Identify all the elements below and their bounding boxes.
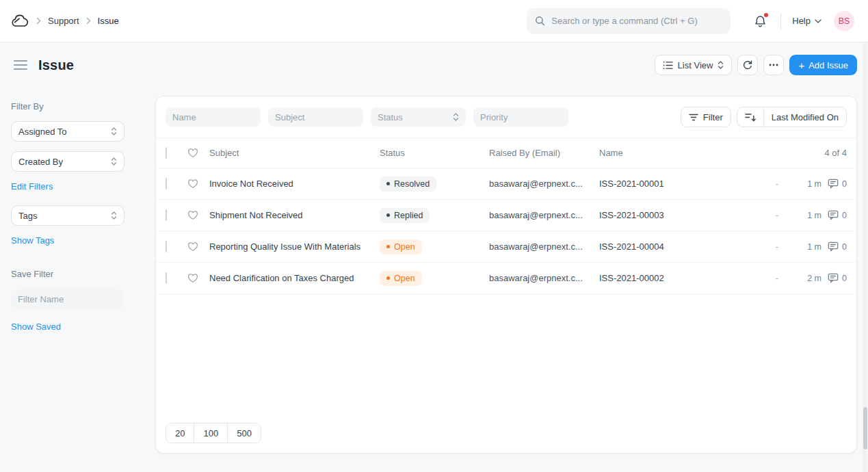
heart-icon[interactable]: [187, 179, 198, 189]
menu-ellipsis-button[interactable]: [763, 55, 784, 75]
filter-icon: [689, 114, 698, 121]
global-search[interactable]: [527, 8, 731, 34]
row-checkbox[interactable]: [166, 241, 176, 252]
tags-select[interactable]: Tags: [11, 205, 124, 226]
issue-id: ISS-2021-00004: [599, 241, 767, 252]
issue-list-card: Status Filter: [155, 96, 857, 454]
status-badge: Open: [380, 271, 422, 286]
raised-by-email: basawaraj@erpnext.c...: [489, 241, 599, 252]
page-title: Issue: [38, 57, 74, 73]
list-row[interactable]: Invoice Not Received Resolved basawaraj@…: [156, 168, 856, 200]
comment-icon: [828, 273, 839, 283]
column-header-subject[interactable]: Subject: [209, 148, 380, 158]
sort-control[interactable]: Last Modified On: [737, 107, 847, 127]
assigned-to-select[interactable]: Assigned To: [11, 121, 124, 142]
last-modified-value: 2 m: [787, 274, 821, 283]
status-filter-placeholder: Status: [378, 112, 403, 122]
status-dot-icon: [386, 213, 390, 217]
last-modified-value: 1 m: [787, 211, 821, 220]
row-checkbox[interactable]: [166, 273, 176, 283]
column-header-name[interactable]: Name: [599, 148, 767, 158]
heart-icon[interactable]: [187, 210, 198, 220]
list-row[interactable]: Shipment Not Received Replied basawaraj@…: [156, 200, 856, 231]
page-length-100-button[interactable]: 100: [194, 423, 227, 443]
help-menu-button[interactable]: Help: [792, 16, 821, 26]
filter-button-label: Filter: [703, 112, 723, 122]
user-avatar[interactable]: BS: [834, 11, 854, 31]
created-by-select[interactable]: Created By: [11, 151, 124, 172]
refresh-icon: [742, 60, 753, 70]
navbar-actions: Help BS: [751, 11, 854, 31]
view-switcher-label: List View: [678, 60, 713, 70]
page-length-20-button[interactable]: 20: [166, 423, 194, 443]
breadcrumb-support[interactable]: Support: [48, 16, 79, 26]
assigned-to-value: -: [767, 241, 787, 252]
comment-count: 0: [828, 179, 847, 189]
status-badge: Open: [380, 239, 422, 254]
status-badge: Replied: [380, 208, 430, 223]
sidebar-toggle-button[interactable]: [11, 57, 30, 73]
filter-button[interactable]: Filter: [681, 107, 731, 127]
notifications-button[interactable]: [751, 12, 770, 31]
view-switcher-button[interactable]: List View: [655, 55, 733, 75]
priority-filter-input[interactable]: [473, 107, 568, 127]
issue-id: ISS-2021-00002: [599, 273, 767, 283]
select-all-checkbox[interactable]: [166, 148, 176, 158]
status-dot-icon: [386, 182, 390, 185]
column-header-status[interactable]: Status: [380, 148, 489, 158]
page-length-selector: 20 100 500: [166, 423, 261, 443]
issue-subject: Reporting Quality Issue With Materials: [209, 241, 380, 252]
comment-icon: [828, 179, 839, 189]
heart-icon[interactable]: [187, 273, 198, 283]
add-issue-label: Add Issue: [808, 60, 848, 70]
status-filter-select[interactable]: Status: [371, 107, 466, 127]
list-row[interactable]: Need Clarification on Taxes Charged Open…: [156, 263, 856, 294]
app-logo[interactable]: [11, 14, 29, 28]
divider: [780, 13, 781, 29]
heart-icon[interactable]: [187, 148, 198, 158]
tags-label: Tags: [18, 211, 37, 221]
list-filter-bar: Status Filter: [156, 96, 856, 138]
edit-filters-link[interactable]: Edit Filters: [11, 181, 53, 192]
subject-filter-input[interactable]: [268, 107, 363, 127]
last-modified-value: 1 m: [787, 179, 821, 189]
breadcrumb: Support Issue: [11, 14, 119, 28]
notification-dot: [764, 13, 768, 17]
chevron-updown-icon: [111, 127, 117, 136]
heart-icon[interactable]: [187, 241, 198, 252]
chevron-updown-icon: [111, 157, 117, 166]
created-by-label: Created By: [18, 157, 63, 167]
issue-subject: Shipment Not Received: [209, 210, 380, 220]
column-header-raised-by[interactable]: Raised By (Email): [489, 148, 599, 158]
content-area: Filter By Assigned To Created By Edit Fi…: [0, 96, 868, 454]
sort-field-label: Last Modified On: [772, 112, 839, 122]
comment-count: 0: [828, 241, 847, 252]
list-row[interactable]: Reporting Quality Issue With Materials O…: [156, 231, 856, 263]
raised-by-email: basawaraj@erpnext.c...: [489, 179, 599, 189]
filter-name-input[interactable]: [11, 289, 124, 309]
filter-sort-controls: Filter Last Modified On: [681, 107, 847, 127]
save-filter-label: Save Filter: [11, 269, 124, 279]
show-saved-link[interactable]: Show Saved: [11, 322, 61, 332]
frappe-cloud-logo-icon: [11, 14, 29, 28]
name-filter-input[interactable]: [166, 107, 261, 127]
plus-icon: +: [798, 60, 804, 70]
comment-count: 0: [828, 210, 847, 220]
global-search-input[interactable]: [551, 16, 722, 26]
sort-field-button[interactable]: Last Modified On: [764, 107, 846, 127]
refresh-button[interactable]: [737, 55, 758, 75]
list-view-icon: [663, 61, 673, 70]
scrollbar-thumb[interactable]: [863, 407, 867, 449]
chevron-updown-icon: [718, 60, 724, 70]
breadcrumb-issue[interactable]: Issue: [98, 16, 119, 26]
add-issue-button[interactable]: + Add Issue: [789, 55, 857, 75]
assigned-to-label: Assigned To: [18, 127, 67, 137]
page-length-500-button[interactable]: 500: [227, 423, 261, 443]
chevron-down-icon: [815, 19, 821, 23]
row-checkbox[interactable]: [166, 210, 176, 220]
raised-by-email: basawaraj@erpnext.c...: [489, 210, 599, 220]
scrollbar-track[interactable]: [863, 42, 867, 472]
row-checkbox[interactable]: [166, 179, 176, 189]
show-tags-link[interactable]: Show Tags: [11, 235, 54, 246]
sort-direction-button[interactable]: [737, 107, 763, 127]
